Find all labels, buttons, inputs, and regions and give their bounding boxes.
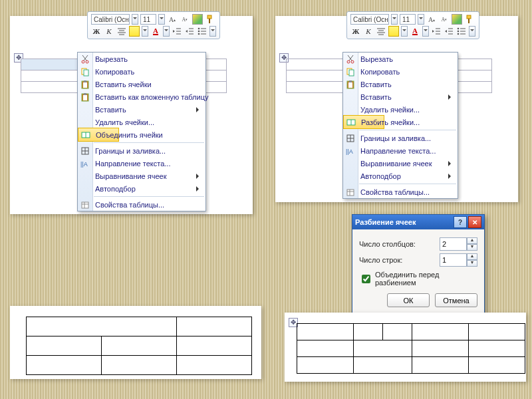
spin-up-icon[interactable]: ▲ [467, 253, 477, 260]
center-icon[interactable] [116, 26, 127, 37]
spin-up-icon[interactable]: ▲ [467, 237, 477, 244]
menu-item[interactable]: Удалить ячейки... [78, 116, 205, 128]
menu-item[interactable]: Объединить ячейки [78, 128, 119, 142]
menu-item[interactable]: Автоподбор [343, 170, 458, 182]
highlight-icon[interactable] [129, 26, 140, 37]
styles-icon[interactable] [452, 14, 462, 25]
shrink-font-icon[interactable]: A▾ [439, 14, 450, 25]
bullets-dd[interactable] [469, 26, 475, 37]
font-color-icon[interactable]: A [410, 26, 420, 37]
menu-item[interactable]: Вставить как вложенную таблицу [78, 90, 205, 103]
menu-item[interactable]: Выравнивание ячеек [78, 170, 205, 182]
textdir-icon: ||A [345, 146, 356, 156]
bold-icon[interactable]: Ж [350, 26, 361, 37]
menu-item[interactable]: Свойства таблицы... [343, 186, 458, 198]
menu-separator [359, 184, 456, 184]
grow-font-icon[interactable]: A▴ [167, 14, 178, 25]
spin-down-icon[interactable]: ▼ [467, 244, 477, 251]
menu-item[interactable]: Автоподбор [78, 182, 205, 195]
svg-rect-72 [347, 190, 354, 196]
split-cells-dialog: Разбиение ячеек ? ✕ Число столбцов: ▲▼ Ч… [352, 214, 485, 315]
props-icon [345, 187, 356, 198]
font-color-dd[interactable] [422, 26, 429, 37]
svg-point-58 [351, 61, 354, 63]
cell [412, 324, 469, 340]
italic-icon[interactable]: К [363, 26, 374, 37]
cell [412, 340, 469, 357]
close-icon[interactable]: ✕ [468, 216, 481, 228]
font-name-dd[interactable] [132, 14, 138, 25]
cancel-button[interactable]: Отмена [435, 293, 477, 307]
menu-item[interactable]: Выравнивание ячеек [343, 157, 458, 170]
menu-item[interactable]: Вставить [78, 103, 205, 116]
svg-point-53 [458, 33, 460, 35]
submenu-arrow-icon [448, 174, 454, 179]
menu-item[interactable]: Границы и заливка... [343, 132, 458, 144]
font-color-dd[interactable] [163, 26, 170, 37]
menu-item[interactable]: Свойства таблицы... [78, 198, 205, 211]
merge-before-checkbox[interactable] [362, 275, 370, 283]
menu-item[interactable]: Границы и заливка... [78, 144, 205, 157]
menu-item[interactable]: ||AНаправление текста... [343, 144, 458, 157]
font-name-dd[interactable] [391, 14, 398, 25]
font-color-icon[interactable]: A [150, 26, 161, 37]
center-icon[interactable] [376, 26, 386, 37]
font-size[interactable]: 11 [140, 14, 156, 25]
submenu-arrow-icon [448, 161, 454, 166]
grow-font-icon[interactable]: A▴ [426, 14, 437, 25]
format-painter-icon[interactable] [205, 14, 215, 25]
dialog-titlebar[interactable]: Разбиение ячеек ? ✕ [352, 215, 484, 229]
menu-item[interactable]: Вставить ячейки [78, 78, 205, 90]
menu-item-label: Автоподбор [95, 185, 136, 193]
format-painter-icon[interactable] [464, 14, 475, 25]
font-name[interactable]: Calibri (Осн [350, 14, 389, 25]
menu-item[interactable]: Удалить ячейки... [343, 103, 458, 116]
styles-icon[interactable] [192, 14, 203, 25]
menu-item[interactable]: Вырезать [78, 53, 205, 65]
svg-rect-36 [82, 202, 88, 208]
font-size-dd[interactable] [418, 14, 424, 25]
menu-separator [359, 130, 456, 130]
cols-input[interactable] [440, 237, 467, 251]
menu-item-label: Вставить [360, 80, 392, 88]
ok-button[interactable]: ОК [387, 293, 430, 307]
font-size-dd[interactable] [158, 14, 165, 25]
font-size[interactable]: 11 [400, 14, 416, 25]
increase-indent-icon[interactable] [184, 26, 195, 37]
mini-toolbar-right: Calibri (Осн 11 A▴ A▾ Ж К A [346, 11, 479, 39]
shrink-font-icon[interactable]: A▾ [180, 14, 190, 25]
increase-indent-icon[interactable] [444, 26, 454, 37]
spin-down-icon[interactable]: ▼ [467, 260, 477, 267]
canvas: ✥ Calibri (Осн 11 A▴ A▾ Ж К A [0, 0, 532, 399]
bold-icon[interactable]: Ж [91, 26, 102, 37]
menu-item[interactable]: Вставить [343, 78, 458, 90]
rows-input[interactable] [440, 253, 467, 267]
bullets-icon[interactable] [456, 26, 467, 37]
italic-icon[interactable]: К [104, 26, 114, 37]
menu-item[interactable]: Вставить [343, 90, 458, 103]
menu-item-label: Разбить ячейки... [361, 118, 420, 126]
font-name[interactable]: Calibri (Осн [91, 14, 130, 25]
menu-item-label: Удалить ячейки... [95, 118, 154, 126]
menu-item[interactable]: ||AНаправление текста... [78, 157, 205, 170]
menu-item[interactable]: Копировать [78, 65, 205, 78]
highlight-dd[interactable] [142, 26, 148, 37]
bullets-icon[interactable] [197, 26, 207, 37]
menu-item[interactable]: Копировать [343, 65, 458, 78]
cell [177, 336, 252, 356]
svg-rect-64 [348, 82, 352, 88]
decrease-indent-icon[interactable] [172, 26, 182, 37]
svg-point-14 [198, 33, 200, 35]
bullets-dd[interactable] [209, 26, 216, 37]
menu-separator [94, 196, 204, 197]
blank-icon [345, 171, 356, 182]
highlight-dd[interactable] [401, 26, 408, 37]
cell [177, 317, 252, 336]
decrease-indent-icon[interactable] [431, 26, 442, 37]
blank-icon [80, 104, 90, 115]
merge-icon [80, 130, 91, 140]
menu-item[interactable]: Вырезать [343, 53, 458, 65]
help-icon[interactable]: ? [454, 216, 467, 228]
menu-item[interactable]: Разбить ячейки... [343, 115, 384, 129]
highlight-icon[interactable] [388, 26, 399, 37]
